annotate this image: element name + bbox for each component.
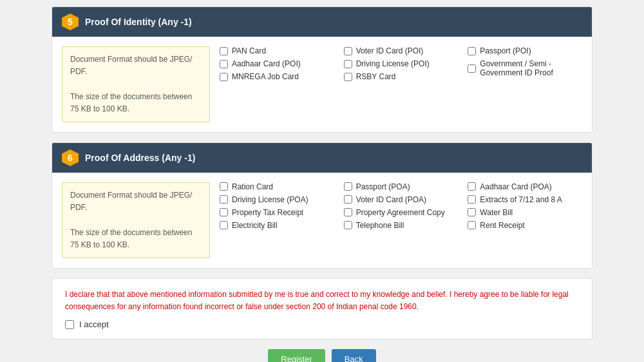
- poi-driving-license-label: Driving License (POI): [356, 59, 430, 68]
- section6-format-line1: Document Format should be JPEG/ PDF.: [70, 189, 202, 214]
- poa-aadhaar-label: Aadhaar Card (POA): [480, 182, 551, 191]
- section5-body: Document Format should be JPEG/ PDF. The…: [52, 37, 592, 132]
- section5-col2: Voter ID Card (POI) Driving License (POI…: [344, 46, 459, 122]
- poa-telephone-bill-label: Telephone Bill: [356, 221, 404, 230]
- poi-aadhaar[interactable]: Aadhaar Card (POI): [220, 59, 334, 68]
- poa-driving-license[interactable]: Driving License (POA): [220, 195, 334, 204]
- poi-pan-card-checkbox[interactable]: [220, 47, 228, 55]
- section6-title: Proof Of Address (Any -1): [85, 153, 195, 163]
- poa-rent-receipt[interactable]: Rent Receipt: [468, 221, 582, 230]
- poi-voter-id-label: Voter ID Card (POI): [356, 46, 424, 55]
- accept-checkbox[interactable]: [65, 320, 74, 329]
- section6-col2: Passport (POA) Voter ID Card (POA) Prope…: [344, 182, 459, 258]
- poa-water-bill[interactable]: Water Bill: [468, 208, 582, 217]
- poi-driving-license[interactable]: Driving License (POI): [344, 59, 459, 68]
- accept-row: I accept: [65, 319, 579, 329]
- poi-passport-checkbox[interactable]: [468, 47, 476, 55]
- section5-format-line1: Document Format should be JPEG/ PDF.: [70, 53, 202, 78]
- section6-col3: Aadhaar Card (POA) Extracts of 7/12 and …: [468, 182, 582, 258]
- poa-rent-receipt-label: Rent Receipt: [480, 221, 524, 230]
- section6-badge: 6: [62, 149, 79, 166]
- poa-electricity-bill-label: Electricity Bill: [232, 221, 278, 230]
- poi-govt-id-checkbox[interactable]: [468, 64, 476, 73]
- section5-col1: PAN Card Aadhaar Card (POI) MNREGA Job C…: [220, 46, 334, 122]
- poi-passport-label: Passport (POI): [480, 46, 531, 55]
- poa-property-agreement[interactable]: Property Agreement Copy: [344, 208, 459, 217]
- poi-passport[interactable]: Passport (POI): [468, 46, 582, 55]
- section6-format-line2: The size of the documents between 75 KB …: [70, 227, 202, 251]
- section5-col3: Passport (POI) Government / Semi - Gover…: [468, 46, 582, 122]
- poa-ration-card-checkbox[interactable]: [220, 182, 228, 191]
- poi-rsby-label: RSBY Card: [356, 72, 396, 81]
- poa-telephone-bill-checkbox[interactable]: [344, 221, 352, 229]
- accept-label: I accept: [79, 319, 109, 329]
- section6-header: 6 Proof Of Address (Any -1): [52, 143, 592, 173]
- poa-water-bill-checkbox[interactable]: [468, 208, 476, 216]
- poi-rsby-checkbox[interactable]: [344, 73, 352, 81]
- register-button[interactable]: Register: [268, 349, 325, 362]
- poi-govt-id-label: Government / Semi - Government ID Proof: [480, 59, 582, 77]
- poa-property-tax[interactable]: Property Tax Receipt: [220, 208, 334, 217]
- poa-extracts-label: Extracts of 7/12 and 8 A: [480, 195, 562, 204]
- main-content: 5 Proof Of Identity (Any -1) Document Fo…: [0, 0, 644, 362]
- poi-driving-license-checkbox[interactable]: [344, 60, 352, 68]
- poa-property-tax-label: Property Tax Receipt: [232, 208, 303, 217]
- poi-aadhaar-checkbox[interactable]: [220, 60, 228, 68]
- declaration-text: I declare that that above mentioned info…: [65, 289, 579, 313]
- poi-voter-id-checkbox[interactable]: [344, 47, 352, 55]
- poa-property-agreement-checkbox[interactable]: [344, 208, 352, 216]
- poa-extracts[interactable]: Extracts of 7/12 and 8 A: [468, 195, 582, 204]
- poa-ration-card[interactable]: Ration Card: [220, 182, 334, 191]
- poa-extracts-checkbox[interactable]: [468, 195, 476, 204]
- poa-electricity-bill[interactable]: Electricity Bill: [220, 221, 334, 230]
- poi-mnrega-checkbox[interactable]: [220, 73, 228, 81]
- poi-voter-id[interactable]: Voter ID Card (POI): [344, 46, 459, 55]
- section5-badge: 5: [62, 14, 79, 30]
- back-button[interactable]: Back: [332, 349, 376, 362]
- section5-format-line2: The size of the documents between 75 KB …: [70, 91, 202, 115]
- poa-voter-id-label: Voter ID Card (POA): [356, 195, 426, 204]
- poa-passport-label: Passport (POA): [356, 182, 410, 191]
- poa-driving-license-checkbox[interactable]: [220, 195, 228, 204]
- section6-doc-format: Document Format should be JPEG/ PDF. The…: [62, 182, 210, 258]
- poa-voter-id-checkbox[interactable]: [344, 195, 352, 204]
- section5-header: 5 Proof Of Identity (Any -1): [52, 7, 592, 37]
- poi-pan-card[interactable]: PAN Card: [220, 46, 334, 55]
- poa-electricity-bill-checkbox[interactable]: [220, 221, 228, 229]
- poa-ration-card-label: Ration Card: [232, 182, 273, 191]
- poa-passport-checkbox[interactable]: [344, 182, 352, 191]
- poa-passport[interactable]: Passport (POA): [344, 182, 459, 191]
- poi-mnrega-label: MNREGA Job Card: [232, 72, 299, 81]
- poa-telephone-bill[interactable]: Telephone Bill: [344, 221, 459, 230]
- poi-govt-id[interactable]: Government / Semi - Government ID Proof: [468, 59, 582, 77]
- poa-driving-license-label: Driving License (POA): [232, 195, 308, 204]
- poa-aadhaar[interactable]: Aadhaar Card (POA): [468, 182, 582, 191]
- poa-rent-receipt-checkbox[interactable]: [468, 221, 476, 229]
- section5-title: Proof Of Identity (Any -1): [85, 17, 192, 27]
- section6-col1: Ration Card Driving License (POA) Proper…: [220, 182, 334, 258]
- poa-property-tax-checkbox[interactable]: [220, 208, 228, 216]
- poi-mnrega[interactable]: MNREGA Job Card: [220, 72, 334, 81]
- poa-property-agreement-label: Property Agreement Copy: [356, 208, 445, 217]
- poi-rsby[interactable]: RSBY Card: [344, 72, 459, 81]
- proof-of-identity-section: 5 Proof Of Identity (Any -1) Document Fo…: [52, 6, 592, 133]
- section6-body: Document Format should be JPEG/ PDF. The…: [52, 173, 592, 268]
- proof-of-address-section: 6 Proof Of Address (Any -1) Document For…: [52, 142, 592, 269]
- section5-doc-format: Document Format should be JPEG/ PDF. The…: [62, 46, 210, 122]
- poi-pan-card-label: PAN Card: [232, 46, 266, 55]
- poa-aadhaar-checkbox[interactable]: [468, 182, 476, 191]
- poa-voter-id[interactable]: Voter ID Card (POA): [344, 195, 459, 204]
- button-row: Register Back: [52, 349, 592, 362]
- poa-water-bill-label: Water Bill: [480, 208, 513, 217]
- poi-aadhaar-label: Aadhaar Card (POI): [232, 59, 301, 68]
- declaration-box: I declare that that above mentioned info…: [52, 278, 592, 339]
